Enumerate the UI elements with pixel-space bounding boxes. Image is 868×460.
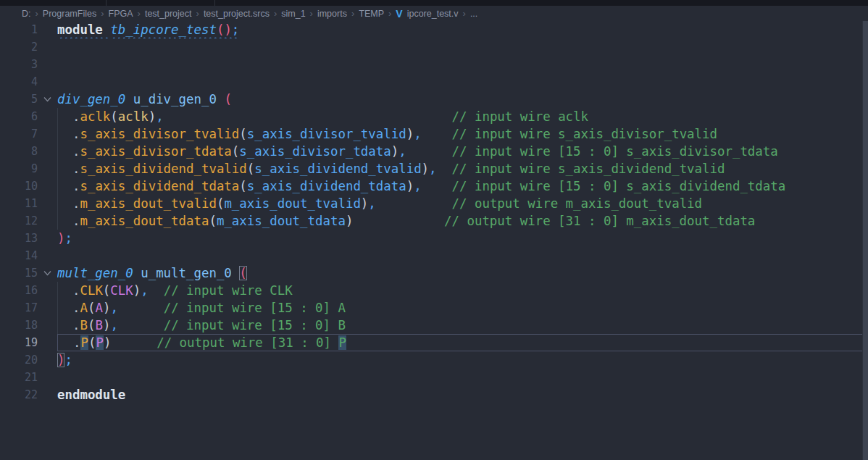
- code-token: u_div_gen_0: [133, 92, 217, 106]
- breadcrumb-item[interactable]: test_project: [145, 9, 192, 19]
- breadcrumb-item[interactable]: ipcore_test.v: [407, 9, 459, 19]
- code-line[interactable]: 7 .s_axis_divisor_tvalid(s_axis_divisor_…: [0, 125, 868, 143]
- code-token: P: [80, 335, 88, 350]
- code-text[interactable]: .aclk(aclk), // input wire aclk: [57, 108, 862, 125]
- code-line[interactable]: 22endmodule: [0, 386, 868, 403]
- code-text[interactable]: module tb_ipcore_test();: [57, 21, 862, 38]
- breadcrumb-item[interactable]: test_project.srcs: [204, 9, 270, 19]
- code-token: ,: [414, 127, 421, 141]
- breadcrumb-item[interactable]: ...: [470, 9, 477, 19]
- breadcrumb-item[interactable]: imports: [317, 9, 347, 19]
- line-number: 9: [0, 160, 38, 177]
- code-line[interactable]: 13);: [0, 230, 868, 247]
- code-token: B: [80, 318, 87, 333]
- code-text[interactable]: [57, 73, 862, 91]
- code-line[interactable]: 10 .s_axis_dividend_tdata(s_axis_dividen…: [0, 177, 868, 195]
- code-text[interactable]: .s_axis_divisor_tdata(s_axis_divisor_tda…: [57, 143, 862, 160]
- code-text[interactable]: [57, 56, 862, 73]
- code-text[interactable]: .s_axis_dividend_tvalid(s_axis_dividend_…: [57, 160, 862, 177]
- code-token: [437, 162, 452, 176]
- gutter: 10: [0, 177, 57, 195]
- code-text[interactable]: .P(P) // output wire [31 : 0] P: [57, 334, 862, 351]
- code-line[interactable]: 8 .s_axis_divisor_tdata(s_axis_divisor_t…: [0, 143, 868, 160]
- code-text[interactable]: .B(B), // input wire [15 : 0] B: [57, 317, 862, 334]
- editor-tab-strip[interactable]: [0, 0, 868, 6]
- code-text[interactable]: .A(A), // input wire [15 : 0] A: [57, 299, 862, 317]
- code-line[interactable]: 2: [0, 38, 868, 56]
- fold-spacer: [38, 386, 57, 403]
- code-text[interactable]: );: [57, 351, 862, 369]
- code-line[interactable]: 18 .B(B), // input wire [15 : 0] B: [0, 317, 868, 334]
- code-token: .: [72, 196, 80, 211]
- code-line[interactable]: 5div_gen_0 u_div_gen_0 (: [0, 91, 868, 108]
- code-token: m_axis_dout_tvalid: [224, 196, 360, 211]
- code-token: ): [361, 196, 368, 211]
- breadcrumb-item[interactable]: sim_1: [281, 9, 305, 19]
- code-text[interactable]: );: [57, 230, 862, 247]
- code-text[interactable]: .s_axis_dividend_tdata(s_axis_dividend_t…: [57, 177, 862, 195]
- line-number: 4: [0, 73, 38, 91]
- code-line[interactable]: 4: [0, 73, 868, 91]
- code-text[interactable]: div_gen_0 u_div_gen_0 (: [57, 91, 862, 108]
- code-token: (: [247, 162, 254, 176]
- code-text[interactable]: .m_axis_dout_tdata(m_axis_dout_tdata) //…: [57, 212, 862, 230]
- code-token: [57, 214, 72, 228]
- chevron-right-icon: ›: [463, 8, 466, 19]
- code-text[interactable]: .m_axis_dout_tvalid(m_axis_dout_tvalid),…: [57, 195, 862, 212]
- fold-spacer: [38, 108, 57, 125]
- code-line[interactable]: 11 .m_axis_dout_tvalid(m_axis_dout_tvali…: [0, 195, 868, 212]
- code-token: ): [149, 109, 156, 124]
- code-line[interactable]: 15mult_gen_0 u_mult_gen_0 (: [0, 264, 868, 282]
- code-editor[interactable]: 1module tb_ipcore_test();2345div_gen_0 u…: [0, 21, 868, 460]
- code-token: // input wire s_axis_divisor_tvalid: [452, 127, 717, 141]
- code-text[interactable]: .s_axis_divisor_tvalid(s_axis_divisor_tv…: [57, 125, 862, 143]
- gutter: 15: [0, 264, 57, 282]
- code-text[interactable]: [57, 38, 862, 56]
- breadcrumb-item[interactable]: FPGA: [109, 9, 133, 19]
- code-text[interactable]: mult_gen_0 u_mult_gen_0 (: [57, 264, 862, 282]
- fold-chevron-icon[interactable]: [38, 264, 57, 282]
- code-line[interactable]: 9 .s_axis_dividend_tvalid(s_axis_dividen…: [0, 160, 868, 177]
- code-line[interactable]: 14: [0, 247, 868, 264]
- code-token: .: [72, 144, 80, 159]
- code-token: // output wire [31 : 0]: [157, 335, 338, 350]
- fold-spacer: [38, 317, 57, 334]
- code-token: [57, 283, 72, 298]
- code-text[interactable]: .CLK(CLK), // input wire CLK: [57, 282, 862, 299]
- fold-chevron-icon[interactable]: [38, 91, 57, 108]
- code-line[interactable]: 17 .A(A), // input wire [15 : 0] A: [0, 299, 868, 317]
- code-token: A: [80, 301, 87, 315]
- code-line[interactable]: 21: [0, 369, 868, 386]
- fold-spacer: [38, 73, 57, 91]
- code-token: aclk: [118, 109, 149, 124]
- code-token: s_axis_dividend_tvalid: [80, 162, 246, 176]
- code-token: (: [217, 196, 224, 211]
- fold-spacer: [38, 299, 57, 317]
- breadcrumb-item[interactable]: TEMP: [359, 9, 384, 19]
- scrollbar-thumb[interactable]: [862, 21, 868, 460]
- code-token: // output wire [31 : 0] m_axis_dout_tdat…: [444, 214, 755, 228]
- code-token: s_axis_dividend_tdata: [247, 179, 406, 193]
- code-line[interactable]: 19 .P(P) // output wire [31 : 0] P: [0, 334, 868, 351]
- code-line[interactable]: 1module tb_ipcore_test();: [0, 21, 868, 38]
- chevron-right-icon: ›: [274, 8, 277, 19]
- code-line[interactable]: 16 .CLK(CLK), // input wire CLK: [0, 282, 868, 299]
- vertical-scrollbar[interactable]: [862, 21, 868, 460]
- code-token: ,: [429, 162, 436, 176]
- code-line[interactable]: 12 .m_axis_dout_tdata(m_axis_dout_tdata)…: [0, 212, 868, 230]
- code-token: [57, 318, 72, 333]
- code-token: (: [239, 127, 246, 141]
- code-token: [118, 301, 164, 315]
- code-token: (: [88, 318, 95, 333]
- code-line[interactable]: 6 .aclk(aclk), // input wire aclk: [0, 108, 868, 125]
- line-number: 2: [0, 38, 38, 56]
- code-text[interactable]: endmodule: [57, 386, 862, 403]
- code-token: ;: [232, 22, 239, 37]
- code-text[interactable]: [57, 247, 862, 264]
- breadcrumb-item[interactable]: ProgramFiles: [43, 9, 96, 19]
- code-text[interactable]: [57, 369, 862, 386]
- code-line[interactable]: 20);: [0, 351, 868, 369]
- code-token: [111, 335, 157, 350]
- breadcrumb-item[interactable]: D:: [22, 9, 31, 19]
- code-line[interactable]: 3: [0, 56, 868, 73]
